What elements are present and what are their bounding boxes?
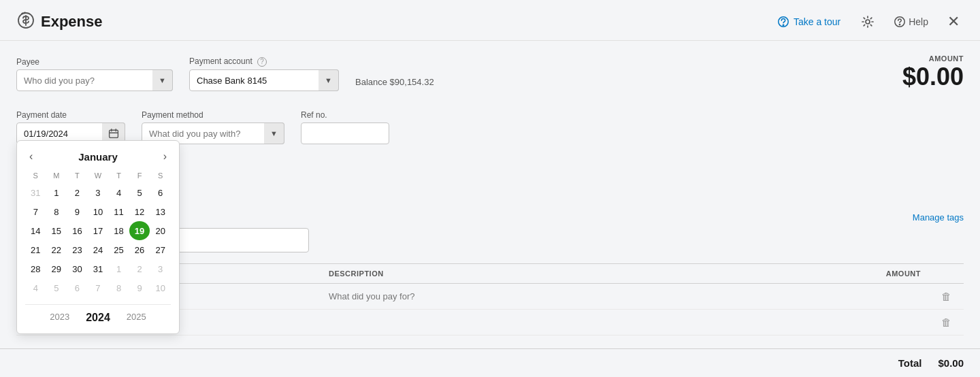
day-header-thu: T: [108, 169, 129, 183]
delete-row-1-button[interactable]: 🗑: [937, 289, 956, 304]
calendar-day[interactable]: 4: [108, 183, 129, 202]
calendar-day[interactable]: 25: [108, 240, 129, 259]
close-button[interactable]: ✕: [943, 13, 964, 31]
top-fields-row: Payee ▼ Payment account ? ▼ Balance $90,…: [16, 54, 964, 91]
calendar-day[interactable]: 5: [129, 183, 150, 202]
calendar-year-row: 2023 2024 2025: [25, 304, 171, 325]
day-header-sun: S: [25, 169, 46, 183]
day-header-wed: W: [88, 169, 109, 183]
svg-point-3: [866, 20, 870, 24]
calendar-day[interactable]: 6: [150, 183, 171, 202]
calendar-day[interactable]: 8: [46, 202, 67, 221]
settings-button[interactable]: [857, 12, 879, 31]
calendar-prev-button[interactable]: ‹: [25, 149, 37, 164]
calendar-next-button[interactable]: ›: [159, 149, 171, 164]
calendar-day[interactable]: 5: [46, 278, 67, 297]
day-header-fri: F: [129, 169, 150, 183]
table-cell-description-1: [321, 284, 625, 310]
day-header-sat: S: [150, 169, 171, 183]
payee-label: Payee: [16, 57, 173, 67]
calendar-day[interactable]: 9: [67, 202, 88, 221]
calendar-day[interactable]: 1: [46, 183, 67, 202]
header-right: Take a tour Help ✕: [772, 12, 964, 31]
calendar-day[interactable]: 10: [88, 202, 109, 221]
payment-account-info-icon[interactable]: ?: [257, 57, 267, 67]
ref-no-input[interactable]: [301, 122, 389, 144]
calendar-day[interactable]: 21: [25, 240, 46, 259]
calendar-day[interactable]: 15: [46, 221, 67, 240]
calendar-day[interactable]: 23: [67, 240, 88, 259]
day-header-mon: M: [46, 169, 67, 183]
payment-account-input[interactable]: [189, 69, 339, 91]
calendar-day[interactable]: 20: [150, 221, 171, 240]
calendar-day[interactable]: 22: [46, 240, 67, 259]
calendar-icon: [108, 128, 119, 139]
calendar-week-row: 28293031123: [25, 259, 171, 278]
col-header-amount: AMOUNT: [625, 264, 929, 284]
description-input-1[interactable]: [329, 291, 617, 301]
col-header-description: DESCRIPTION: [321, 264, 625, 284]
payee-select-wrapper: ▼: [16, 69, 173, 91]
calendar-day[interactable]: 13: [150, 202, 171, 221]
svg-rect-6: [109, 130, 118, 137]
calendar-day[interactable]: 12: [129, 202, 150, 221]
year-2025[interactable]: 2025: [124, 310, 149, 325]
calendar-day[interactable]: 3: [150, 259, 171, 278]
take-tour-button[interactable]: Take a tour: [772, 13, 846, 31]
payment-method-dropdown-arrow[interactable]: ▼: [264, 122, 284, 144]
calendar-day[interactable]: 27: [150, 240, 171, 259]
calendar-day[interactable]: 9: [129, 278, 150, 297]
calendar-day[interactable]: 26: [129, 240, 150, 259]
calendar-days-header: S M T W T F S: [25, 169, 171, 183]
calendar-day[interactable]: 16: [67, 221, 88, 240]
calendar-day[interactable]: 11: [108, 202, 129, 221]
balance-display: Balance $90,154.32: [355, 77, 434, 91]
ref-no-label: Ref no.: [301, 110, 389, 120]
amount-value: $0.00: [902, 63, 964, 91]
payment-method-label: Payment method: [142, 110, 284, 120]
calendar-day[interactable]: 29: [46, 259, 67, 278]
calendar-day[interactable]: 31: [25, 183, 46, 202]
table-cell-amount-2: [625, 310, 929, 335]
delete-row-2-button[interactable]: 🗑: [937, 315, 956, 329]
calendar-day[interactable]: 14: [25, 221, 46, 240]
calendar-day[interactable]: 1: [108, 259, 129, 278]
help-button[interactable]: Help: [889, 13, 932, 31]
table-cell-amount-1: [625, 284, 929, 310]
payee-field-group: Payee ▼: [16, 57, 173, 91]
calendar-day[interactable]: 7: [25, 202, 46, 221]
header-left: Expense: [16, 11, 772, 32]
calendar-day[interactable]: 24: [88, 240, 109, 259]
manage-tags-link[interactable]: Manage tags: [913, 212, 964, 223]
table-cell-delete-2: 🗑: [929, 310, 964, 335]
calendar-day[interactable]: 2: [129, 259, 150, 278]
calendar-day[interactable]: 17: [88, 221, 109, 240]
page-container: Expense Take a tour: [0, 0, 980, 377]
calendar-week-row: 21222324252627: [25, 240, 171, 259]
payee-dropdown-arrow[interactable]: ▼: [152, 69, 173, 91]
calendar-day[interactable]: 6: [67, 278, 88, 297]
year-2023[interactable]: 2023: [47, 310, 72, 325]
calendar-grid: S M T W T F S 31123456789101112131415161…: [25, 169, 171, 297]
year-2024[interactable]: 2024: [83, 310, 113, 325]
amount-input-2[interactable]: [633, 317, 921, 327]
payee-input[interactable]: [16, 69, 173, 91]
calendar-day[interactable]: 28: [25, 259, 46, 278]
calendar-day[interactable]: 19: [129, 221, 150, 240]
calendar-day[interactable]: 31: [88, 259, 109, 278]
svg-point-2: [783, 24, 783, 25]
calendar-day[interactable]: 30: [67, 259, 88, 278]
amount-section: AMOUNT $0.00: [902, 54, 964, 91]
payment-account-dropdown-arrow[interactable]: ▼: [318, 69, 339, 91]
calendar-day[interactable]: 8: [108, 278, 129, 297]
ref-no-field-group: Ref no.: [301, 110, 389, 144]
table-cell-description-2: [321, 310, 625, 335]
calendar-day[interactable]: 18: [108, 221, 129, 240]
description-input-2[interactable]: [329, 317, 617, 327]
calendar-day[interactable]: 3: [88, 183, 109, 202]
calendar-day[interactable]: 4: [25, 278, 46, 297]
calendar-day[interactable]: 2: [67, 183, 88, 202]
calendar-day[interactable]: 10: [150, 278, 171, 297]
calendar-day[interactable]: 7: [88, 278, 109, 297]
amount-input-1[interactable]: [633, 291, 921, 301]
